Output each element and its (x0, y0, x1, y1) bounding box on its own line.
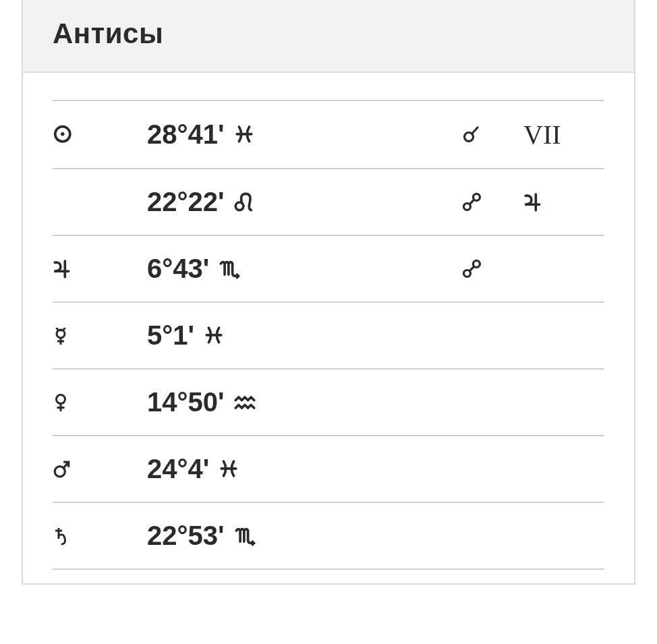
scorpio-icon (234, 526, 256, 546)
position-cell: 28°41' (147, 100, 456, 169)
position-text: 22°22' (147, 187, 225, 217)
position-text: 14°50' (147, 387, 225, 417)
planet-cell (53, 100, 147, 169)
table-row: 6°43' (53, 235, 604, 302)
card-title: Антисы (53, 18, 604, 50)
opposition-icon (463, 193, 482, 212)
mars-icon (53, 460, 72, 479)
leo-icon (234, 192, 254, 212)
target-cell (523, 502, 604, 569)
aquarius-icon (234, 394, 256, 411)
aspect-cell (456, 502, 523, 569)
pisces-icon (219, 460, 239, 479)
planet-cell (53, 235, 147, 302)
table-row: 28°41'VII (53, 100, 604, 169)
pisces-icon (204, 326, 224, 345)
target-text: VII (523, 119, 561, 150)
position-cell: 24°4' (147, 436, 456, 502)
table-row: 24°4' (53, 436, 604, 502)
planet-cell (53, 302, 147, 369)
aspect-cell (456, 436, 523, 502)
planet-cell (53, 169, 147, 235)
position-cell: 5°1' (147, 302, 456, 369)
target-cell: VII (523, 100, 604, 169)
venus-icon (53, 392, 70, 413)
aspect-cell (456, 100, 523, 169)
target-cell (523, 302, 604, 369)
saturn-icon (53, 526, 70, 546)
scorpio-icon (219, 259, 240, 279)
position-cell: 22°53' (147, 502, 456, 569)
planet-cell (53, 369, 147, 436)
aspect-cell (456, 169, 523, 235)
position-cell: 14°50' (147, 369, 456, 436)
target-cell (523, 369, 604, 436)
planet-cell (53, 502, 147, 569)
jupiter-icon (53, 259, 72, 279)
planet-cell (53, 436, 147, 502)
position-text: 6°43' (147, 254, 209, 284)
conjunction-icon (463, 126, 480, 144)
moon-icon (523, 260, 540, 278)
moon-icon (53, 194, 69, 211)
aspect-cell (456, 235, 523, 302)
target-cell (523, 436, 604, 502)
table-row: 14°50' (53, 369, 604, 436)
antiscia-card: Антисы 28°41'VII22°22'6°43'5°1'14°50'24°… (22, 0, 635, 585)
opposition-icon (463, 260, 482, 279)
position-text: 24°4' (147, 454, 209, 484)
table-row: 5°1' (53, 302, 604, 369)
card-body: 28°41'VII22°22'6°43'5°1'14°50'24°4'22°53… (23, 73, 634, 583)
position-cell: 6°43' (147, 235, 456, 302)
target-cell (523, 169, 604, 235)
mercury-icon (53, 326, 70, 346)
position-cell: 22°22' (147, 169, 456, 235)
aspect-cell (456, 302, 523, 369)
sun-icon (53, 124, 74, 146)
position-text: 28°41' (147, 119, 225, 150)
target-cell (523, 235, 604, 302)
position-text: 5°1' (147, 320, 194, 351)
card-header: Антисы (23, 0, 634, 73)
table-row: 22°53' (53, 502, 604, 569)
table-row: 22°22' (53, 169, 604, 235)
aspect-cell (456, 369, 523, 436)
position-text: 22°53' (147, 521, 225, 551)
pisces-icon (234, 125, 254, 144)
antiscia-table: 28°41'VII22°22'6°43'5°1'14°50'24°4'22°53… (53, 100, 604, 570)
jupiter-icon (523, 192, 542, 212)
